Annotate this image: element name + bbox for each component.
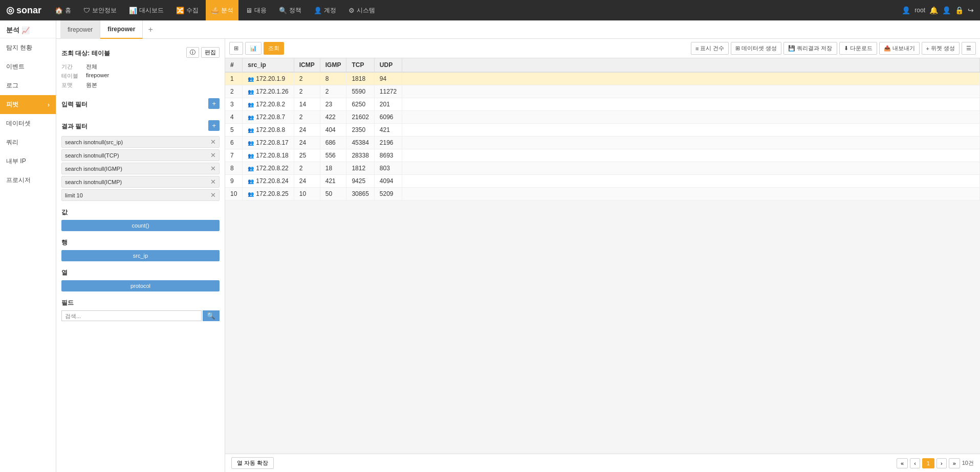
- cell-icmp: 24: [294, 175, 320, 188]
- table-row[interactable]: 8 👥172.20.8.22 2 18 1812 803: [225, 162, 980, 175]
- notification-icon[interactable]: 🔔: [929, 6, 938, 14]
- nav-security-label: 보안정보: [92, 6, 117, 15]
- save-query-button[interactable]: 💾 쿼리결과 저장: [783, 42, 837, 55]
- filter-remove[interactable]: ✕: [210, 165, 216, 172]
- query-view-button[interactable]: 조회: [264, 42, 284, 55]
- col-tcp[interactable]: TCP: [346, 58, 374, 72]
- cell-num: 2: [225, 85, 243, 98]
- sidebar-item-procedure[interactable]: 프로시저: [0, 171, 56, 190]
- filter-remove[interactable]: ✕: [210, 191, 216, 199]
- chart-view-button[interactable]: 📊: [245, 42, 262, 55]
- table-row[interactable]: 4 👥172.20.8.7 2 422 21602 6096: [225, 111, 980, 124]
- cell-num: 8: [225, 162, 243, 175]
- user-settings-icon[interactable]: 👤: [942, 6, 951, 14]
- table-row[interactable]: 9 👥172.20.8.24 24 421 9425 4094: [225, 175, 980, 188]
- sidebar-item-log[interactable]: 로그: [0, 76, 56, 95]
- field-search-button[interactable]: 🔍: [203, 310, 220, 321]
- tab-2[interactable]: firepower: [100, 20, 143, 39]
- page-prev-button[interactable]: ‹: [910, 458, 920, 468]
- cell-extra: [402, 111, 980, 124]
- filter-remove[interactable]: ✕: [210, 178, 216, 186]
- sidebar-item-pivot[interactable]: 피벗 ›: [0, 95, 56, 114]
- table-row[interactable]: 1 👥172.20.1.9 2 8 1818 94: [225, 72, 980, 85]
- add-input-filter-button[interactable]: +: [208, 98, 220, 109]
- nav-system[interactable]: ⚙ 시스템: [343, 0, 380, 20]
- nav-home-label: 홈: [65, 6, 71, 15]
- cell-extra: [402, 72, 980, 85]
- lock-icon[interactable]: 🔒: [955, 6, 964, 14]
- page-current[interactable]: 1: [922, 458, 934, 468]
- table-row[interactable]: 2 👥172.20.1.26 2 2 5590 11272: [225, 85, 980, 98]
- display-count-button[interactable]: ≡ 표시 건수: [691, 42, 729, 55]
- nav-response[interactable]: 🖥 대응: [241, 0, 272, 20]
- col-icmp[interactable]: ICMP: [294, 58, 320, 72]
- col-udp[interactable]: UDP: [374, 58, 402, 72]
- sidebar-item-dataset-label: 데이터셋: [6, 119, 31, 128]
- cell-src-ip: 👥172.20.8.18: [243, 149, 294, 162]
- page-size: 10건: [962, 459, 974, 467]
- nav-analysis[interactable]: 🥧 분석: [206, 0, 238, 20]
- more-options-button[interactable]: ☰: [962, 42, 976, 55]
- nav-dashboard-label: 대시보드: [139, 6, 164, 15]
- nav-security[interactable]: 🛡 보안정보: [78, 0, 122, 20]
- export-icon: 📤: [884, 45, 891, 52]
- cell-icmp: 2: [294, 111, 320, 124]
- period-row: 기간 전체: [61, 63, 220, 71]
- nav-account[interactable]: 👤 계정: [309, 0, 341, 20]
- nav-dashboard[interactable]: 📊 대시보드: [124, 0, 169, 20]
- src-ip-button[interactable]: src_ip: [61, 250, 220, 261]
- table-row[interactable]: 7 👥172.20.8.18 25 556 28338 8693: [225, 149, 980, 162]
- filter-text: limit 10: [65, 192, 83, 198]
- cell-udp: 5209: [374, 188, 402, 200]
- logo[interactable]: ◎ sonar: [6, 5, 41, 16]
- download-button[interactable]: ⬇ 다운로드: [839, 42, 877, 55]
- tab-1[interactable]: firepower: [60, 20, 100, 39]
- col-igmp[interactable]: IGMP: [320, 58, 346, 72]
- nav-collect-label: 수집: [186, 6, 199, 15]
- cell-igmp: 686: [320, 137, 346, 149]
- cell-extra: [402, 98, 980, 111]
- table-footer: 열 자동 확장 « ‹ 1 › » 10건: [225, 454, 980, 472]
- cell-extra: [402, 85, 980, 98]
- col-num: #: [225, 58, 243, 72]
- page-first-button[interactable]: «: [897, 458, 908, 468]
- edit-button[interactable]: 편집: [201, 47, 220, 58]
- field-search-input[interactable]: [61, 310, 202, 321]
- input-filter-title: 입력 필터: [61, 100, 88, 109]
- filter-remove[interactable]: ✕: [210, 138, 216, 146]
- table-row[interactable]: 3 👥172.20.8.2 14 23 6250 201: [225, 98, 980, 111]
- tab-add-button[interactable]: +: [143, 25, 158, 34]
- shield-icon: 🛡: [83, 7, 90, 14]
- cell-tcp: 6250: [346, 98, 374, 111]
- sidebar-item-dataset[interactable]: 데이터셋: [0, 114, 56, 133]
- sidebar-item-event[interactable]: 이벤트: [0, 57, 56, 76]
- account-icon: 👤: [314, 7, 322, 14]
- add-result-filter-button[interactable]: +: [208, 120, 220, 131]
- col-src-ip[interactable]: src_ip: [243, 58, 294, 72]
- sidebar-item-detection[interactable]: 탐지 현황: [0, 38, 56, 57]
- table-row[interactable]: 10 👥172.20.8.25 10 50 30865 5209: [225, 188, 980, 200]
- tab-bar: firepower firepower +: [56, 20, 980, 39]
- page-last-button[interactable]: »: [949, 458, 960, 468]
- info-button[interactable]: ⓘ: [186, 47, 199, 58]
- nav-collect[interactable]: 🔀 수집: [171, 0, 204, 20]
- nav-home[interactable]: 🏠 홈: [50, 0, 76, 20]
- format-label: 포맷: [61, 81, 82, 89]
- main-layout: 분석 📈 탐지 현황 이벤트 로그 피벗 › 데이터셋 쿼리 내부 IP 프로시…: [0, 20, 980, 472]
- count-button[interactable]: count(): [61, 220, 220, 231]
- table-row[interactable]: 5 👥172.20.8.8 24 404 2350 421: [225, 124, 980, 137]
- protocol-button[interactable]: protocol: [61, 280, 220, 291]
- sidebar-item-internal-ip[interactable]: 내부 IP: [0, 152, 56, 171]
- cell-num: 4: [225, 111, 243, 124]
- add-widget-button[interactable]: + 위젯 생성: [922, 42, 960, 55]
- grid-view-button[interactable]: ⊞: [229, 42, 243, 55]
- export-button[interactable]: 📤 내보내기: [879, 42, 920, 55]
- create-dataset-button[interactable]: ⊞ 데이터셋 생성: [731, 42, 781, 55]
- nav-policy[interactable]: 🔍 정책: [274, 0, 307, 20]
- filter-remove[interactable]: ✕: [210, 151, 216, 159]
- sidebar-item-query[interactable]: 쿼리: [0, 133, 56, 152]
- logout-icon[interactable]: ↪: [968, 6, 974, 14]
- table-row[interactable]: 6 👥172.20.8.17 24 686 45384 2196: [225, 137, 980, 149]
- auto-expand-button[interactable]: 열 자동 확장: [231, 457, 274, 469]
- page-next-button[interactable]: ›: [937, 458, 947, 468]
